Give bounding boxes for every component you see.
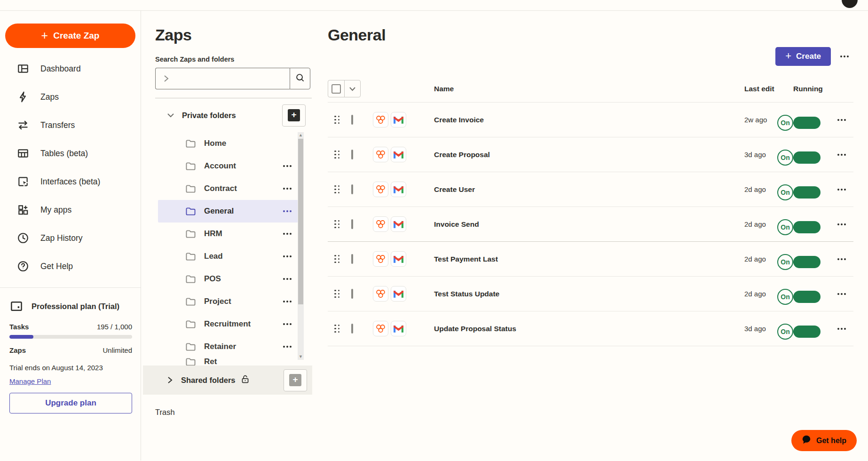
folder-more-menu-icon[interactable] [283,301,292,302]
row-checkbox[interactable] [351,115,353,125]
chevron-right-icon [162,74,170,83]
row-checkbox[interactable] [351,289,353,299]
folder-more-menu-icon[interactable] [283,233,292,235]
scroll-up-arrow[interactable]: ▲ [298,132,304,138]
top-bar [0,0,868,11]
zap-more-menu-button[interactable] [833,250,851,268]
page-title: General [328,26,853,44]
zap-name[interactable]: Invoice Send [430,220,741,229]
scroll-down-arrow[interactable]: ▼ [298,354,304,360]
drag-handle-icon[interactable] [334,290,340,298]
zap-name[interactable]: Update Proposal Status [430,325,741,333]
zap-more-menu-button[interactable] [833,320,851,338]
sidebar-item-transfers[interactable]: Transfers [0,111,141,139]
zap-name[interactable]: Test Payment Last [430,255,741,263]
upgrade-plan-button[interactable]: Upgrade plan [9,393,132,413]
zap-name[interactable]: Create Invoice [430,116,741,124]
select-all-split-button[interactable] [328,80,361,97]
sidebar-item-get-help[interactable]: Get Help [0,252,141,280]
ellipsis-icon [837,293,846,295]
folder-item-recruitment[interactable]: Recruitment [158,313,298,335]
drag-handle-icon[interactable] [334,116,340,124]
zap-app-icons [368,286,430,302]
select-all-chevron[interactable] [344,80,361,97]
search-input[interactable] [155,68,290,89]
scrollbar-thumb[interactable] [298,139,303,304]
folder-icon [185,161,196,171]
chat-bubble-icon [802,435,811,446]
folder-item-home[interactable]: Home [158,132,298,155]
webhooks-icon [373,321,388,336]
zap-more-menu-button[interactable] [833,146,851,164]
zaps-value: Unlimited [103,346,132,354]
drag-handle-icon[interactable] [334,255,340,263]
create-button[interactable]: + Create [775,47,831,66]
create-zap-button[interactable]: + Create Zap [5,24,135,48]
folder-more-menu-icon[interactable] [283,165,292,167]
folder-more-menu-button[interactable] [836,48,853,65]
folder-more-menu-icon[interactable] [283,188,292,190]
tasks-progress-bar [9,335,132,339]
zap-name[interactable]: Create Proposal [430,151,741,159]
zap-more-menu-button[interactable] [833,285,851,303]
add-shared-folder-button[interactable]: + [284,369,307,391]
user-avatar[interactable] [842,0,858,8]
tasks-value: 195 / 1,000 [97,323,132,331]
sidebar-item-tables-beta[interactable]: Tables (beta) [0,139,141,167]
sidebar-item-zaps[interactable]: Zaps [0,83,141,111]
wallet-icon [9,299,24,313]
zap-more-menu-button[interactable] [833,111,851,129]
folder-more-menu-icon[interactable] [283,346,292,348]
folders-panel: Zaps Search Zaps and folders Private fol… [141,11,313,461]
get-help-fab[interactable]: Get help [791,430,857,451]
folder-item-hrm[interactable]: HRM [158,223,298,245]
folder-item-lead[interactable]: Lead [158,245,298,268]
folder-item-account[interactable]: Account [158,155,298,177]
chevron-down-icon[interactable] [166,112,175,118]
zap-name[interactable]: Create User [430,185,741,194]
zap-row: Update Proposal Status3d agoOn [328,311,853,346]
folder-more-menu-icon[interactable] [283,255,292,257]
history-icon [17,232,29,244]
row-checkbox[interactable] [351,184,353,194]
search-button[interactable] [290,68,310,89]
folder-label: Project [204,297,231,306]
ellipsis-icon [837,154,846,156]
zap-more-menu-button[interactable] [833,215,851,233]
row-checkbox[interactable] [351,324,353,334]
row-checkbox[interactable] [351,150,353,159]
manage-plan-link[interactable]: Manage Plan [9,377,51,385]
folder-icon [185,274,196,284]
toggle-track [793,117,821,129]
plan-name: Professional plan (Trial) [32,302,119,311]
trash-link[interactable]: Trash [155,408,313,417]
sidebar-item-dashboard[interactable]: Dashboard [0,55,141,83]
sidebar-item-zap-history[interactable]: Zap History [0,224,141,252]
drag-handle-icon[interactable] [334,185,340,194]
sidebar-item-my-apps[interactable]: My apps [0,196,141,224]
add-private-folder-button[interactable]: + [282,104,306,127]
folder-more-menu-icon[interactable] [283,278,292,280]
zap-name[interactable]: Test Status Update [430,290,741,298]
drag-handle-icon[interactable] [334,220,340,229]
folder-item-project[interactable]: Project [158,290,298,313]
chevron-right-icon[interactable] [166,376,173,384]
row-checkbox[interactable] [351,219,353,229]
folder-label: Ret [204,358,217,366]
drag-handle-icon[interactable] [334,151,340,159]
folder-item-ret[interactable]: Ret [158,358,298,366]
drag-handle-icon[interactable] [334,325,340,333]
shared-folders-row[interactable]: Shared folders + [143,366,312,395]
folder-item-pos[interactable]: POS [158,268,298,290]
folder-item-general[interactable]: General [158,200,298,223]
folder-item-contract[interactable]: Contract [158,177,298,200]
folder-scrollbar[interactable]: ▲ ▼ [298,132,304,360]
folder-item-retainer[interactable]: Retainer [158,335,298,358]
folder-more-menu-icon[interactable] [283,210,292,212]
row-checkbox[interactable] [351,254,353,264]
plus-icon: + [289,374,301,386]
folder-more-menu-icon[interactable] [283,323,292,325]
sidebar-item-interfaces-beta[interactable]: Interfaces (beta) [0,167,141,196]
zap-more-menu-button[interactable] [833,181,851,199]
select-all-checkbox[interactable] [331,84,341,94]
